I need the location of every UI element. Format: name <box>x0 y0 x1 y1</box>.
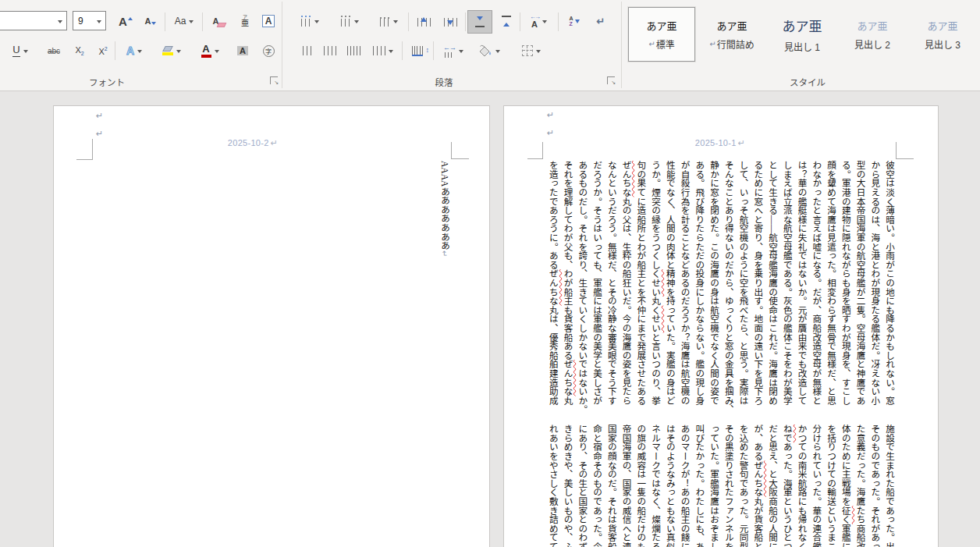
grid-line-height-button[interactable] <box>405 40 430 62</box>
text-column[interactable]: して、いっそ航空機のように空を飛べたら、と思う。実際は <box>735 161 750 412</box>
font-name-combobox[interactable] <box>0 11 67 30</box>
text-column[interactable]: た意義だった。海鷹たち商船改 <box>852 424 867 547</box>
text-column[interactable]: あのマークが！あの船主の餞に <box>676 424 691 547</box>
subscript-button[interactable]: X2 <box>69 40 91 62</box>
text-effects-button[interactable]: A <box>119 40 150 62</box>
strikethrough-icon: abc <box>48 47 60 55</box>
vertical-text-paragraph-1[interactable]: 彼空は淡く薄暗い。小雨がこの地にも降るかもしれない。窓から見えるのは、海と港とわ… <box>545 161 896 412</box>
shrink-font-button[interactable]: A <box>140 10 162 32</box>
change-case-button[interactable]: Aa <box>169 10 200 32</box>
character-scale-button[interactable]: ←→A <box>522 10 555 32</box>
text-column[interactable]: から見えるのは、海と港とわが現身たる艦体だ。冴えない小 <box>867 161 882 412</box>
text-column[interactable]: そのものであった。それがあっ <box>867 424 882 547</box>
superscript-button[interactable]: X2 <box>92 40 114 62</box>
enclose-characters-button[interactable]: 字 <box>257 40 279 62</box>
align-center-button[interactable] <box>319 40 341 62</box>
text-column[interactable]: だと思え、と大阪商船の人間に <box>764 424 779 547</box>
text-column[interactable]: その黒塗りされたファンネルを <box>720 424 735 547</box>
style-normal[interactable]: あア亜 ↵標準 <box>628 7 695 62</box>
bullets-button[interactable] <box>293 10 327 32</box>
text-column[interactable]: 彼空は淡く薄暗い。小雨がこの地にも降るかもしれない。窓 <box>881 161 896 412</box>
underline-button[interactable]: U <box>6 40 34 62</box>
text-column[interactable]: 命と宿命そのものであった。今 <box>588 424 603 547</box>
text-column[interactable]: るために窓へと寄り、身を乗り出す。地面の遠い下を見下ろ <box>750 161 765 412</box>
align-justify-button[interactable] <box>296 40 318 62</box>
vertical-text-paragraph-2[interactable]: 施設で生まれた船であった。出そのものであった。それがあった意義だった。海鷹たち商… <box>545 424 896 547</box>
text-column[interactable]: にあり、その生と国家とのわず <box>574 424 589 547</box>
style-no-spacing[interactable]: あア亜 ↵行間詰め <box>698 7 765 62</box>
text-column[interactable]: そんなことあり得ないのだから、ゆっくりと窓の金具を掴み、 <box>720 161 735 412</box>
text-column[interactable]: として生きる――航空母艦海鷹の使命はこれだ。海鷹は閉め <box>764 161 779 412</box>
chevron-down-icon <box>97 20 101 26</box>
grow-font-button[interactable]: A <box>114 10 137 32</box>
text-column[interactable]: わなかったと言えば嘘になる。だが、商船改造空母が無様と <box>808 161 823 412</box>
clear-formatting-button[interactable]: A <box>206 10 233 32</box>
highlight-button[interactable] <box>154 40 189 62</box>
text-column[interactable]: ネルマークではなく、燦爛たる <box>647 424 662 547</box>
decrease-indent-button[interactable] <box>411 10 436 32</box>
text-column[interactable]: はそのようなみっともない真似 <box>662 424 676 547</box>
text-column[interactable]: の旗の威容は一隻の船だけのも <box>633 424 648 547</box>
text-column[interactable]: 施設で生まれた船であった。出 <box>881 424 896 547</box>
text-column[interactable]: なんというだろう。無様だ、とその冷静な審美眼でそう下す <box>603 161 618 412</box>
text-column[interactable]: っていた。軍艦海鷹はおぞまし <box>705 424 720 547</box>
text-column[interactable]: きらめきや、美しいものや、ふ <box>559 424 574 547</box>
font-color-button[interactable]: A <box>194 40 226 62</box>
text-column[interactable]: だろうか。そうはいっても、軍艦には軍艦の美学と美しさが <box>588 161 603 412</box>
text-column[interactable]: 句の果てに造船所とわが船主とを不仲にまで発展させたある <box>633 161 648 412</box>
text-column[interactable]: を込めた警句であった。元同型 <box>735 424 750 547</box>
text-column[interactable]: かつての南米航路にも帰れなく <box>794 424 808 547</box>
text-column[interactable]: は？華の艦艇様に失礼ではないか。元が贋由来でも改造して <box>794 161 808 412</box>
font-color-icon: A <box>201 44 211 58</box>
text-column[interactable]: が自殺行為を計ることなどあるのだろうか？海鷹は航空機の <box>676 161 691 412</box>
text-column[interactable]: あるものだし。それを誇り、生きていくしかないではないか。 <box>574 161 589 412</box>
text-column[interactable]: 体のために主戦場を征く軍艦に <box>837 424 852 547</box>
character-border-button[interactable]: A <box>257 10 279 32</box>
numbering-button[interactable] <box>332 10 368 32</box>
borders-button[interactable] <box>514 40 549 62</box>
text-column[interactable]: 顔を顰めて海鷹は見遣った。相変わらず無骨で無様だ、と思 <box>822 161 837 412</box>
justify-options-button[interactable] <box>366 40 400 62</box>
text-column[interactable]: うか。煙突の縁をうつくしくせい丸くせいと言いつのり、挙 <box>647 161 662 412</box>
text-column[interactable]: れあいをやさしく敷き詰めてて <box>545 424 559 547</box>
align-top-button[interactable] <box>467 10 492 34</box>
text-column[interactable]: ねであった。海軍というひとつ <box>779 424 794 547</box>
style-heading-1[interactable]: あア亜 見出し 1 <box>769 7 836 62</box>
date-line[interactable]: 2025-10-2 ↵ <box>77 138 428 149</box>
character-spacing-button[interactable]: ←→ <box>436 40 470 62</box>
style-heading-2[interactable]: あア亜 見出し 2 <box>839 7 906 62</box>
align-distribute-button[interactable] <box>343 40 364 62</box>
text-column[interactable]: AAAAあああああああ↵ <box>436 161 451 410</box>
text-column[interactable]: しまえば立派な航空母艦である。灰色の艦体こそをわが美学 <box>779 161 794 412</box>
sort-button[interactable]: AZ <box>561 10 588 32</box>
shading-button[interactable] <box>470 40 506 62</box>
text-column[interactable]: 叫びたかった。わたしにも、あ <box>691 424 706 547</box>
text-column[interactable]: ある。飛び降りたらただの投身にしかならない。艦の現し身 <box>691 161 706 412</box>
text-column[interactable]: を括りつけての輸送というまこ <box>822 424 837 547</box>
paragraph-dialog-launcher[interactable] <box>607 76 615 84</box>
ruby-button[interactable]: ア 亜 <box>234 10 256 32</box>
text-column[interactable]: 性能でなく、人間の肉体と精神を持っていた。実艦の身はど <box>662 161 676 412</box>
text-column[interactable]: 分けられていった。華の連合艦 <box>808 424 823 547</box>
character-shading-button[interactable]: A <box>231 40 254 62</box>
text-column[interactable]: 帝国海軍の、国家の威信へと連 <box>618 424 633 547</box>
text-column[interactable]: 静かに窓を閉めた。この海鷹の身は航空機でなく人間の姿で <box>705 161 720 412</box>
date-line[interactable]: 2025-10-1 ↵ <box>545 138 896 149</box>
text-column[interactable]: 国家の顔なのだ。それは貨客船 <box>603 424 618 547</box>
text-column[interactable]: ぜんちな丸の父は、生粋の船狂いだ。今の海鷹の姿を見たら <box>618 161 633 412</box>
font-size-combobox[interactable]: 9 <box>73 11 106 30</box>
style-heading-3[interactable]: あア亜 見出し 3 <box>909 7 976 62</box>
show-editing-marks-button[interactable]: ↵ <box>589 10 612 32</box>
text-column[interactable]: それを理解してわが父も、わが船主も貨客船あるぜんちな丸 <box>559 161 574 412</box>
text-column[interactable]: る。軍港の建物に隠れながらも身を晒すわが現身を、すこし <box>837 161 852 412</box>
caret-down-icon <box>151 22 156 27</box>
multilevel-list-button[interactable] <box>371 10 407 32</box>
text-column[interactable]: を造ったであろうに。あるぜんちな丸は、優秀船舶建造助成 <box>545 161 559 412</box>
align-bottom-button[interactable] <box>495 10 518 32</box>
vertical-text-line[interactable]: AAAAあああああああ↵ <box>435 161 451 410</box>
increase-indent-button[interactable] <box>438 10 463 32</box>
text-column[interactable]: が、あるぜんちな丸が貨客船と <box>750 424 765 547</box>
text-column[interactable]: 型の大日本帝国海軍の航空母艦が二隻。空母海鷹と神鷹であ <box>852 161 867 412</box>
font-dialog-launcher[interactable] <box>270 76 278 84</box>
strikethrough-button[interactable]: abc <box>41 40 67 62</box>
